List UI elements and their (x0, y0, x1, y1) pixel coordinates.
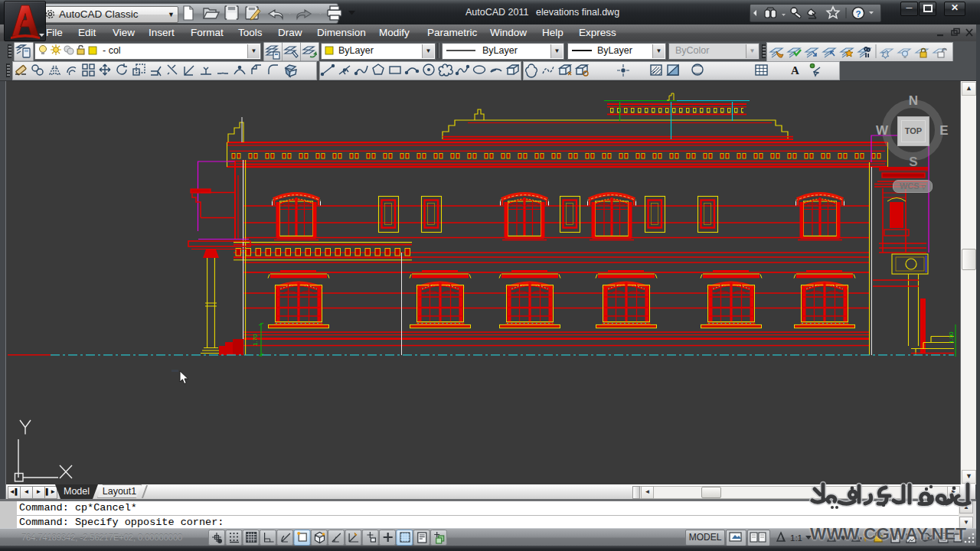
svg-text:A: A (791, 64, 799, 77)
svg-text:?: ? (855, 9, 861, 18)
svg-text:1.00: 1.00 (948, 331, 955, 344)
svg-text:1.70: 1.70 (252, 334, 259, 346)
svg-text:1:1: 1:1 (790, 533, 802, 543)
